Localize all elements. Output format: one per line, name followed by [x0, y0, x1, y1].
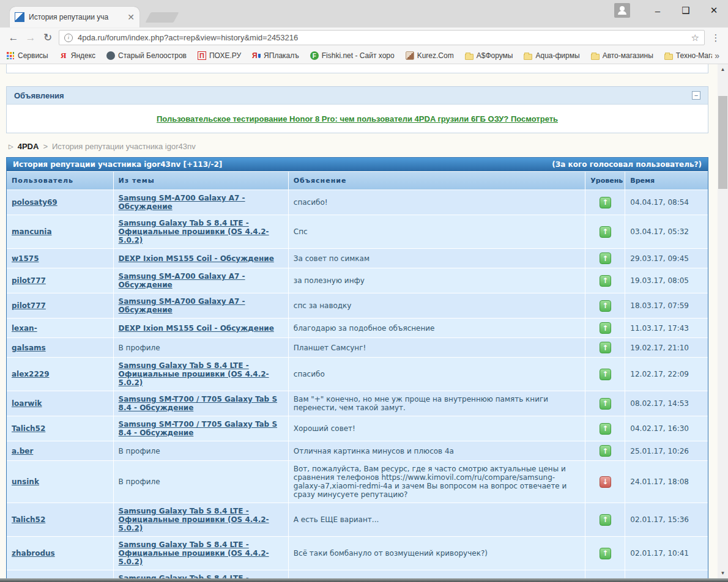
time-text: 02.01.17, 10:41 — [625, 537, 708, 570]
announcements-title: Объявления — [14, 91, 64, 100]
topic-link[interactable]: Samsung Galaxy Tab S 8.4 LTE - Официальн… — [119, 219, 283, 245]
bookmark-item[interactable]: F Fishki.net - Сайт хоро — [310, 51, 395, 60]
level-badge-icon: ↑ — [600, 514, 611, 526]
site-icon — [106, 51, 115, 60]
fishki-icon: F — [310, 51, 319, 60]
topic-link[interactable]: Samsung SM-T700 / T705 Galaxy Tab S 8.4 … — [119, 420, 283, 437]
breadcrumb-root-link[interactable]: 4PDA — [18, 142, 39, 151]
scroll-down-icon[interactable]: ▼ — [718, 570, 728, 576]
user-link[interactable]: unsink — [12, 477, 39, 486]
topic-link[interactable]: DEXP Ixion MS155 Coil - Обсуждение — [119, 254, 274, 263]
topic-link[interactable]: Samsung Galaxy Tab S 8.4 LTE - Официальн… — [119, 540, 283, 566]
topic-link[interactable]: Samsung SM-A700 Galaxy A7 - Обсуждение — [119, 272, 283, 289]
level-badge-icon: ↑ — [600, 275, 611, 287]
maximize-button[interactable]: ❑ — [672, 5, 700, 16]
announcement-link[interactable]: Пользовательское тестирование Honor 8 Pr… — [157, 114, 558, 123]
table-row: Talich52 Samsung SM-T700 / T705 Galaxy T… — [7, 416, 708, 441]
topic-link[interactable]: Samsung SM-T700 / T705 Galaxy Tab S 8.4 … — [119, 395, 283, 412]
folder-icon — [465, 54, 474, 60]
user-link[interactable]: galsams — [12, 344, 46, 352]
announcements-box: Объявления − Пользовательское тестирован… — [6, 86, 708, 133]
table-row: pilot777 Samsung SM-A700 Galaxy A7 - Обс… — [7, 268, 708, 293]
topic-link[interactable]: Samsung SM-A700 Galaxy A7 - Обсуждение — [119, 297, 283, 314]
scrollbar[interactable]: ▲ ▼ — [718, 64, 728, 582]
user-link[interactable]: pilot777 — [12, 301, 46, 310]
table-header-row: ПользовательИз темыОбъяснениеУровеньВрем… — [7, 172, 708, 190]
bookmark-item[interactable]: Я ЯПлакалъ — [252, 51, 299, 60]
user-link[interactable]: Talich52 — [12, 424, 45, 433]
forward-icon: → — [22, 32, 39, 44]
level-badge-icon: ↑ — [600, 300, 611, 312]
time-text: 03.04.17, 05:32 — [625, 215, 708, 248]
bookmark-item[interactable]: Старый Белоостров — [106, 51, 187, 60]
user-link[interactable]: polosaty69 — [12, 198, 58, 207]
explanation-text: Отличная картинка минусов и плюсов 4а — [289, 441, 585, 460]
table-row: alex2229 Samsung Galaxy Tab S 8.4 LTE - … — [7, 358, 708, 391]
scrollbar-thumb[interactable] — [718, 96, 727, 189]
user-link[interactable]: Talich52 — [12, 515, 45, 524]
bookmark-item[interactable]: Aqua-фирмы — [524, 51, 579, 60]
user-link[interactable]: zhabrodus — [12, 549, 55, 558]
page-info-icon[interactable]: i — [64, 34, 73, 42]
bookmark-star-icon[interactable]: ☆ — [691, 32, 699, 43]
topic-link[interactable]: Samsung SM-A700 Galaxy A7 - Обсуждение — [119, 194, 283, 211]
topic-link[interactable]: Samsung Galaxy Tab S 8.4 LTE - Официальн… — [119, 507, 283, 532]
user-link[interactable]: w1575 — [12, 254, 39, 263]
bookmark-item[interactable]: Техно-Магазины — [664, 51, 712, 60]
pohe-icon: П — [198, 51, 206, 60]
user-link[interactable]: alex2229 — [12, 370, 50, 378]
topic-link[interactable]: DEXP Ixion MS155 Coil - Обсуждение — [119, 324, 274, 333]
topic-cell: Samsung Galaxy Tab S 8.4 LTE - Официальн… — [114, 503, 288, 536]
bookmark-item[interactable]: Авто-магазины — [591, 51, 653, 60]
close-button[interactable]: ✕ — [700, 5, 728, 16]
collapse-icon[interactable]: − — [692, 91, 700, 100]
table-row: a.ber В профиле Отличная картинка минусо… — [7, 441, 708, 460]
topic-cell: Samsung Galaxy Tab S 8.4 LTE - Официальн… — [114, 537, 288, 570]
explanation-text: Планшет Самсунг! — [289, 338, 585, 357]
topic-cell: В профиле — [114, 441, 288, 460]
chrome-menu-icon[interactable]: ⋮ — [708, 32, 723, 43]
bookmarks-overflow-icon[interactable]: » — [712, 51, 722, 61]
breadcrumb-arrow-icon[interactable]: ▷ — [9, 143, 13, 150]
minimize-button[interactable]: – — [644, 6, 672, 16]
time-text: 24.01.17, 18:08 — [625, 461, 708, 503]
voted-for-link[interactable]: (За кого голосовал пользователь?) — [552, 160, 702, 169]
topic-link[interactable]: Samsung Galaxy Tab S 8.4 LTE - Официальн… — [119, 361, 283, 387]
user-link[interactable]: lexan- — [12, 324, 37, 333]
time-text: 25.01.17, 10:26 — [625, 441, 708, 460]
scroll-up-icon[interactable]: ▲ — [718, 67, 728, 72]
explanation-text: Спс — [289, 215, 585, 248]
url-text[interactable]: 4pda.ru/forum/index.php?act=rep&view=his… — [78, 33, 691, 42]
table-row: mancunia Samsung Galaxy Tab S 8.4 LTE - … — [7, 215, 708, 248]
topic-cell: Samsung SM-A700 Galaxy A7 - Обсуждение — [114, 268, 288, 293]
column-header: Пользователь — [7, 172, 113, 190]
bookmark-item[interactable]: П ПОХЕ.РУ — [198, 51, 241, 60]
tab-close-icon[interactable]: ✕ — [127, 12, 135, 22]
bookmark-item[interactable]: Сервисы — [6, 51, 48, 60]
level-badge-icon: ↑ — [600, 548, 611, 559]
level-badge-icon: ↑ — [600, 423, 611, 435]
user-link[interactable]: loarwik — [12, 399, 42, 408]
url-bar[interactable]: i 4pda.ru/forum/index.php?act=rep&view=h… — [59, 30, 705, 45]
time-text: 18.03.17, 07:59 — [625, 293, 708, 318]
profile-icon[interactable] — [614, 3, 630, 18]
table-row: Talich52 Samsung Galaxy Tab S 8.4 LTE - … — [7, 503, 708, 536]
explanation-text: А есть ЕЩЕ вариант... — [289, 503, 585, 536]
reload-icon[interactable]: ↻ — [39, 31, 56, 44]
user-link[interactable]: pilot777 — [12, 276, 46, 285]
bookmark-item[interactable]: А$Форумы — [465, 51, 513, 60]
user-link[interactable]: mancunia — [12, 227, 52, 236]
page-content: Объявления − Пользовательское тестирован… — [0, 64, 728, 582]
topic-cell: Samsung SM-A700 Galaxy A7 - Обсуждение — [114, 190, 288, 215]
browser-tab[interactable]: История репутации уча ✕ — [10, 7, 139, 28]
4pda-favicon-icon — [15, 12, 24, 22]
new-tab-button[interactable] — [145, 12, 179, 23]
user-link[interactable]: a.ber — [12, 447, 33, 455]
breadcrumb-current: История репутации участника igor43nv — [52, 142, 196, 151]
bookmark-item[interactable]: Kurez.Com — [406, 51, 454, 60]
back-icon[interactable]: ← — [5, 32, 22, 44]
time-text: 19.02.17, 21:10 — [625, 338, 708, 357]
bookmark-item[interactable]: Я Яндекс — [59, 51, 95, 60]
yap-icon: Я — [252, 51, 261, 60]
topic-cell: Samsung SM-T700 / T705 Galaxy Tab S 8.4 … — [114, 416, 288, 441]
